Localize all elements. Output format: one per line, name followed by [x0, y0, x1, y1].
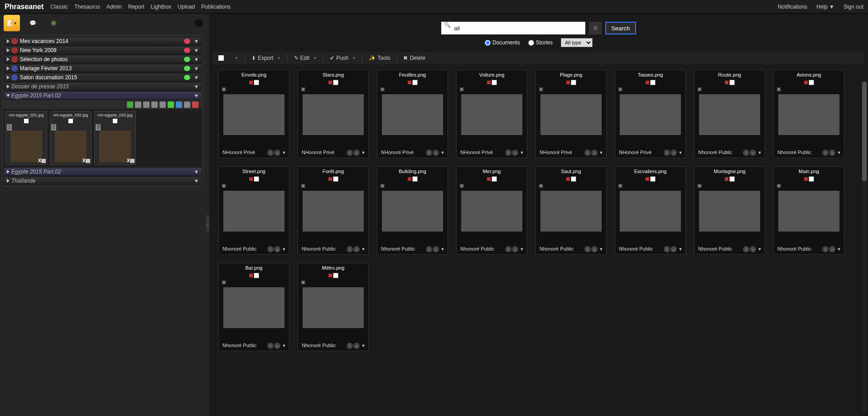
card-thumb[interactable] [461, 94, 522, 135]
basket-thumb[interactable]: nm-egypte_032.jpg2X▤ [50, 111, 92, 165]
info-icon[interactable]: i [267, 246, 274, 252]
nav-lightbox[interactable]: Lightbox [151, 4, 171, 10]
search-settings[interactable]: ⚙ [589, 22, 602, 34]
scrollbar[interactable] [862, 82, 867, 412]
flag-check[interactable] [729, 176, 735, 182]
flag-check[interactable] [650, 80, 656, 85]
zoom-icon[interactable]: ⌕ [353, 150, 360, 156]
zoom-icon[interactable]: ⌕ [274, 150, 280, 156]
card-thumb[interactable] [778, 191, 839, 232]
result-card[interactable]: Bar.png▣Nhonoré Publici⌕▼ [218, 263, 289, 351]
chevron-down-icon[interactable]: ▼ [194, 75, 199, 80]
flag-check[interactable] [333, 176, 338, 182]
result-card[interactable]: Escvaliers.png▣Nhonoré Publici⌕▼ [615, 166, 686, 255]
flag-check[interactable] [650, 176, 656, 182]
basket-item[interactable]: Egypte 2015 Part.02▼ [4, 167, 202, 176]
info-icon[interactable]: i [267, 343, 274, 349]
zoom-icon[interactable]: ⌕ [750, 150, 756, 156]
push-button[interactable]: ✔ Push▼ [326, 53, 359, 63]
result-card[interactable]: Main.png▣Nhonoré Publici⌕▼ [773, 166, 844, 255]
chevron-down-icon[interactable]: ▼ [194, 48, 199, 53]
flag-check[interactable] [254, 176, 259, 182]
select-dropdown[interactable]: ▼ [229, 55, 242, 62]
scrollbar-thumb[interactable] [862, 82, 867, 181]
remove-icon[interactable]: X▤ [38, 158, 46, 164]
info-icon[interactable]: i [664, 150, 670, 156]
filter-type[interactable]: All type [561, 38, 593, 47]
flag-check[interactable] [571, 176, 576, 182]
info-icon[interactable]: i [664, 246, 670, 252]
tools-button[interactable]: ✨ Tools [365, 53, 394, 63]
filter-stories[interactable]: Stories [528, 39, 553, 46]
info-icon[interactable]: i [347, 246, 353, 252]
thumb-check[interactable] [24, 119, 29, 123]
menu-icon[interactable]: ▼ [598, 150, 604, 156]
result-card[interactable]: Saut.png▣Nhonoré Publici⌕▼ [535, 166, 607, 255]
chevron-down-icon[interactable]: ▼ [194, 93, 199, 98]
menu-icon[interactable]: ▼ [281, 343, 287, 349]
menu-icon[interactable]: ▼ [281, 150, 287, 156]
nav-report[interactable]: Report [128, 4, 145, 10]
delete-icon[interactable] [192, 102, 198, 108]
flag-check[interactable] [492, 176, 497, 182]
basket-item[interactable]: Mariage Février 2013▼ [4, 64, 202, 73]
flag-check[interactable] [571, 80, 576, 85]
info-icon[interactable]: i [743, 150, 749, 156]
info-icon[interactable]: i [743, 246, 749, 252]
menu-icon[interactable]: ▼ [677, 246, 684, 252]
flag-check[interactable] [254, 80, 259, 85]
result-card[interactable]: Feuilles.png▣NHonoré Privéi⌕▼ [377, 70, 448, 158]
menu-icon[interactable]: ▼ [360, 150, 366, 156]
basket-item[interactable]: Salon documation 2015▼ [4, 73, 202, 82]
chat-tab[interactable]: 💬 [24, 15, 41, 31]
menu-icon[interactable]: ▼ [836, 246, 842, 252]
result-card[interactable]: Métro.png▣Nhonoré Publici⌕▼ [298, 263, 369, 351]
card-thumb[interactable] [223, 287, 285, 328]
list-icon[interactable] [135, 102, 141, 108]
zoom-icon[interactable]: ⌕ [274, 246, 280, 252]
result-card[interactable]: Building.png▣Nhonoré Publici⌕▼ [377, 166, 448, 255]
flag-check[interactable] [809, 80, 814, 85]
splitter-handle[interactable]: ◄ [206, 215, 209, 233]
close-workzone[interactable] [195, 19, 203, 27]
card-thumb[interactable] [540, 191, 602, 232]
info-icon[interactable]: i [505, 246, 511, 252]
result-card[interactable]: Avions.png▣Nhonoré Publici⌕▼ [773, 70, 844, 158]
filter-documents[interactable]: Documents [485, 39, 520, 46]
zoom-icon[interactable]: ⌕ [591, 150, 598, 156]
result-card[interactable]: Stars.png▣NHonoré Privéi⌕▼ [298, 70, 369, 158]
remove-icon[interactable]: X▤ [127, 158, 135, 164]
workzone-tab[interactable]: 📝▼ [4, 15, 20, 31]
info-icon[interactable]: i [347, 150, 353, 156]
card-thumb[interactable] [699, 94, 760, 135]
menu-icon[interactable]: ▼ [439, 246, 446, 252]
basket-thumb[interactable]: nm-egypte_033.jpg3X▤ [94, 111, 136, 165]
flag-check[interactable] [809, 176, 814, 182]
zoom-icon[interactable]: ⌕ [670, 246, 677, 252]
result-card[interactable]: Voiture.png▣NHonoré Privéi⌕▼ [456, 70, 527, 158]
flag-check[interactable] [333, 273, 338, 278]
nav-admin[interactable]: Admin [106, 4, 122, 10]
card-thumb[interactable] [303, 287, 364, 328]
info-icon[interactable]: i [426, 246, 432, 252]
info-icon[interactable]: i [584, 150, 591, 156]
basket-thumb[interactable]: nm-egypte_031.jpg1X▤ [5, 111, 47, 165]
flag-check[interactable] [333, 80, 338, 85]
menu-icon[interactable]: ▼ [439, 150, 446, 156]
basket-item[interactable]: Sélection de photos▼ [4, 55, 202, 63]
zoom-icon[interactable]: ⌕ [274, 343, 280, 349]
result-card[interactable]: Mer.png▣Nhonoré Publici⌕▼ [456, 166, 527, 255]
info-icon[interactable]: i [347, 343, 353, 349]
nav-classic[interactable]: Classic [50, 4, 68, 10]
result-card[interactable]: Plage.png▣NHonoré Privéi⌕▼ [535, 70, 607, 158]
search-input[interactable] [441, 22, 585, 34]
chevron-down-icon[interactable]: ▼ [194, 66, 199, 71]
menu-icon[interactable]: ▼ [281, 246, 287, 252]
chevron-down-icon[interactable]: ▼ [194, 84, 199, 89]
help-menu[interactable]: Help ▼ [816, 4, 834, 10]
zoom-icon[interactable]: ⌕ [750, 246, 756, 252]
basket-item[interactable]: Mes vacances 2014▼ [4, 37, 202, 45]
card-thumb[interactable] [382, 191, 443, 232]
nav-upload[interactable]: Upload [178, 4, 195, 10]
card-thumb[interactable] [461, 191, 522, 232]
